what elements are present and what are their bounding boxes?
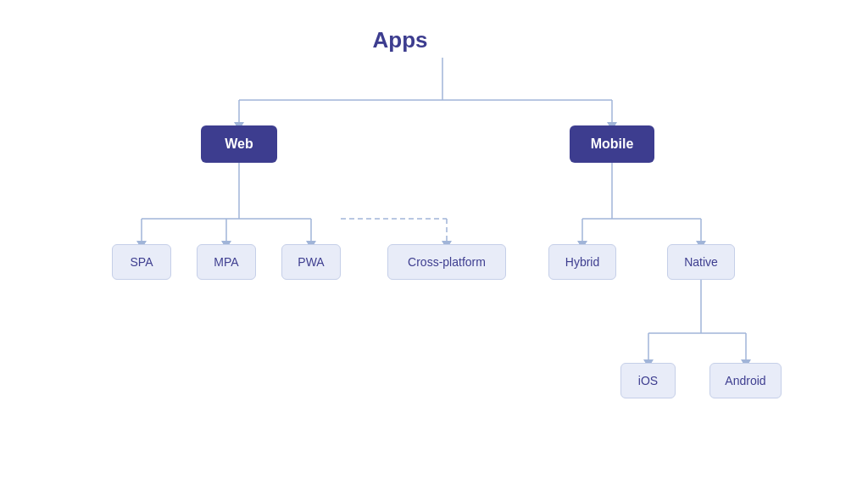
node-spa: SPA bbox=[112, 244, 171, 280]
node-ios: iOS bbox=[620, 363, 676, 398]
node-apps: Apps bbox=[358, 24, 442, 58]
app-diagram: Apps Web Mobile SPA MPA PWA Cross-platfo… bbox=[27, 15, 841, 465]
node-mpa: MPA bbox=[197, 244, 256, 280]
node-mobile: Mobile bbox=[570, 125, 654, 163]
node-web: Web bbox=[201, 125, 277, 163]
node-android: Android bbox=[709, 363, 782, 398]
node-native: Native bbox=[667, 244, 735, 280]
node-hybrid: Hybrid bbox=[548, 244, 616, 280]
node-cross-platform: Cross-platform bbox=[387, 244, 506, 280]
node-pwa: PWA bbox=[281, 244, 341, 280]
